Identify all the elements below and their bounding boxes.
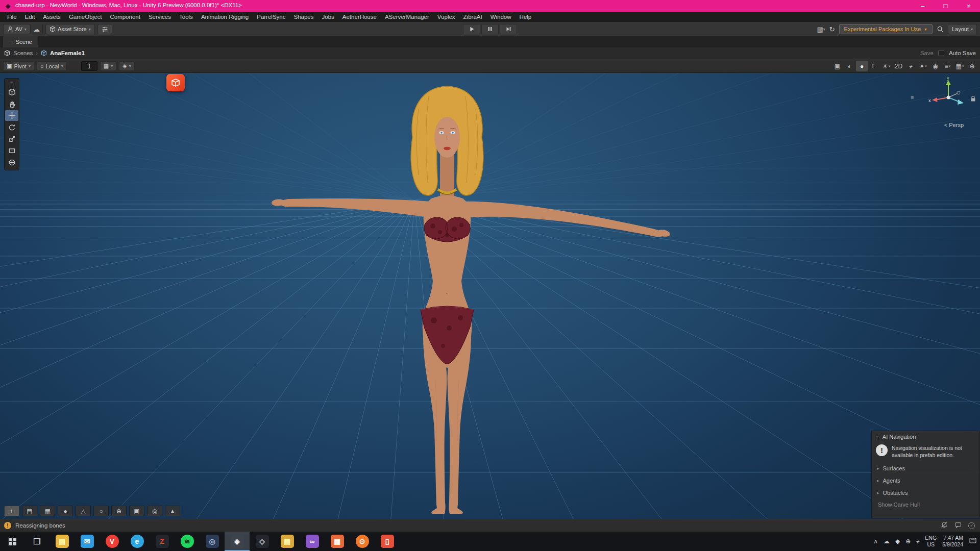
autosave-checkbox[interactable] xyxy=(938,50,944,56)
layout-dropdown[interactable]: Layout▾ xyxy=(948,24,977,34)
edge-browser[interactable]: e xyxy=(125,532,150,551)
menu-parrelsync[interactable]: ParrelSync xyxy=(253,14,289,20)
step-button[interactable] xyxy=(500,24,517,34)
minimize-button[interactable]: – xyxy=(911,0,934,12)
panel-overlay-button[interactable]: ▤ xyxy=(22,506,37,516)
start-button[interactable] xyxy=(0,532,24,551)
axis-gizmo[interactable]: y x xyxy=(928,76,969,117)
onedrive-icon[interactable]: ☁ xyxy=(884,538,890,545)
account-dropdown[interactable]: AV▾ xyxy=(3,24,31,34)
scene-viewport[interactable]: ≡ xyxy=(0,73,980,519)
volume-muted-icon[interactable]: ♪ xyxy=(916,538,919,545)
orientation-overlay-button[interactable]: ● xyxy=(58,506,73,516)
office-app[interactable]: ▦ xyxy=(325,532,350,551)
menu-help[interactable]: Help xyxy=(516,14,536,20)
gizmo-menu-icon[interactable]: ≡ xyxy=(911,94,914,101)
menu-vuplex[interactable]: Vuplex xyxy=(433,14,459,20)
notification-center-button[interactable] xyxy=(969,537,977,546)
breadcrumb-scenes[interactable]: Scenes xyxy=(13,50,33,56)
dark-app[interactable]: ◎ xyxy=(200,532,225,551)
move-tool[interactable] xyxy=(5,110,18,121)
project-folder[interactable]: ▤ xyxy=(275,532,300,551)
breadcrumb-prefab-name[interactable]: AnaFemale1 xyxy=(50,50,85,56)
tray-expand-button[interactable]: ∧ xyxy=(873,538,878,545)
experimental-packages-button[interactable]: Experimental Packages In Use▼ xyxy=(839,24,933,34)
menu-tools[interactable]: Tools xyxy=(175,14,197,20)
asset-store-button[interactable]: Asset Store▾ xyxy=(45,24,95,34)
handle-rotation-dropdown[interactable]: ○ Local▾ xyxy=(37,61,67,71)
play-button[interactable] xyxy=(463,24,480,34)
unity-hub[interactable]: ◇ xyxy=(250,532,275,551)
ai-nav-menu-icon[interactable]: ≡ xyxy=(876,434,879,440)
menu-aetherhouse[interactable]: AetherHouse xyxy=(338,14,381,20)
visual-studio[interactable]: ∞ xyxy=(300,532,325,551)
scene-light-menu[interactable]: ☀▾ xyxy=(880,61,892,71)
skybox-toggle[interactable]: ☾ xyxy=(868,61,880,71)
tool-palette-handle[interactable]: ≡ xyxy=(10,80,13,86)
console-message-icon[interactable] xyxy=(954,521,962,530)
notifications-muted-icon[interactable] xyxy=(941,521,948,530)
search-overlay-button[interactable]: ○ xyxy=(93,506,109,516)
layers-menu[interactable]: ≡▾ xyxy=(942,61,953,71)
security-icon[interactable]: ◆ xyxy=(895,538,900,545)
view-cube-tool[interactable] xyxy=(5,87,18,97)
audio-muted-toggle[interactable]: ♪ xyxy=(905,61,917,71)
vivaldi-browser[interactable]: V xyxy=(100,532,125,551)
hand-tool[interactable] xyxy=(5,98,18,109)
menu-shapes[interactable]: Shapes xyxy=(289,14,317,20)
menu-animation-rigging[interactable]: Animation Rigging xyxy=(197,14,253,20)
status-message[interactable]: Reassigning bones xyxy=(15,522,65,529)
maximize-button[interactable]: □ xyxy=(934,0,957,12)
unity-editor[interactable]: ◆ xyxy=(225,532,250,551)
shapes-overlay-button[interactable]: △ xyxy=(76,506,91,516)
menu-aservermanager[interactable]: AServerManager xyxy=(381,14,433,20)
renderdoc-button[interactable]: ▣ xyxy=(831,61,843,71)
selection-overlay-button[interactable]: ▣ xyxy=(129,506,144,516)
spotify[interactable]: ≋ xyxy=(175,532,200,551)
ai-nav-item-surfaces[interactable]: ▸Surfaces xyxy=(872,462,979,474)
menu-services[interactable]: Services xyxy=(144,14,175,20)
tray-clock[interactable]: 7:47 AM5/9/2024 xyxy=(942,535,963,548)
gizmos-menu[interactable]: ⊕ xyxy=(966,61,978,71)
cloud-icon[interactable]: ☁ xyxy=(33,26,40,33)
ai-nav-item-obstacles[interactable]: ▸Obstacles xyxy=(872,487,979,499)
close-button[interactable]: × xyxy=(957,0,980,12)
file-explorer[interactable]: ▤ xyxy=(50,532,75,551)
tools-overlay-button[interactable]: + xyxy=(4,506,19,516)
pause-button[interactable] xyxy=(481,24,499,34)
ai-nav-item-agents[interactable]: ▸Agents xyxy=(872,474,979,487)
menu-zibraai[interactable]: ZibraAI xyxy=(459,14,486,20)
pivot-dropdown[interactable]: ▣ Pivot▾ xyxy=(3,61,34,71)
perspective-toggle[interactable]: < Persp xyxy=(944,122,964,128)
blender[interactable]: ⊙ xyxy=(350,532,375,551)
services-button[interactable] xyxy=(97,24,112,34)
mode-2d-toggle[interactable]: 2D xyxy=(893,61,904,71)
ai-nav-item-show-carve-hull[interactable]: Show Carve Hull xyxy=(872,499,979,510)
crosshair-overlay-button[interactable]: ⊕ xyxy=(111,506,127,516)
mail-app[interactable]: ✉ xyxy=(75,532,100,551)
lighting-toggle[interactable]: ● xyxy=(856,61,868,71)
network-icon[interactable]: ⊕ xyxy=(905,538,911,545)
undo-history-button[interactable]: ↻ xyxy=(829,26,835,33)
lock-icon[interactable] xyxy=(970,95,976,104)
task-view-button[interactable]: ❐ xyxy=(24,532,50,551)
search-button[interactable] xyxy=(937,26,944,33)
menu-jobs[interactable]: Jobs xyxy=(317,14,338,20)
grid-snap-button[interactable]: ▦▾ xyxy=(100,61,116,71)
menu-window[interactable]: Window xyxy=(486,14,516,20)
grid-size-field[interactable] xyxy=(81,61,97,71)
menu-component[interactable]: Component xyxy=(106,14,144,20)
menu-edit[interactable]: Edit xyxy=(21,14,39,20)
shading-mode-button[interactable]: ◐ xyxy=(844,61,855,71)
grid-overlay-button[interactable]: ▦ xyxy=(40,506,55,516)
save-button[interactable]: Save xyxy=(920,50,934,56)
background-tasks-icon[interactable]: ✓ xyxy=(968,522,975,529)
rotate-tool[interactable] xyxy=(5,122,18,133)
menu-assets[interactable]: Assets xyxy=(39,14,65,20)
scene-visibility-toggle[interactable]: ◉ xyxy=(929,61,941,71)
asset-package-badge[interactable] xyxy=(166,74,185,91)
rect-tool[interactable] xyxy=(5,145,18,156)
compass-overlay-button[interactable]: ◎ xyxy=(147,506,162,516)
menu-gameobject[interactable]: GameObject xyxy=(65,14,106,20)
menu-file[interactable]: File xyxy=(3,14,21,20)
